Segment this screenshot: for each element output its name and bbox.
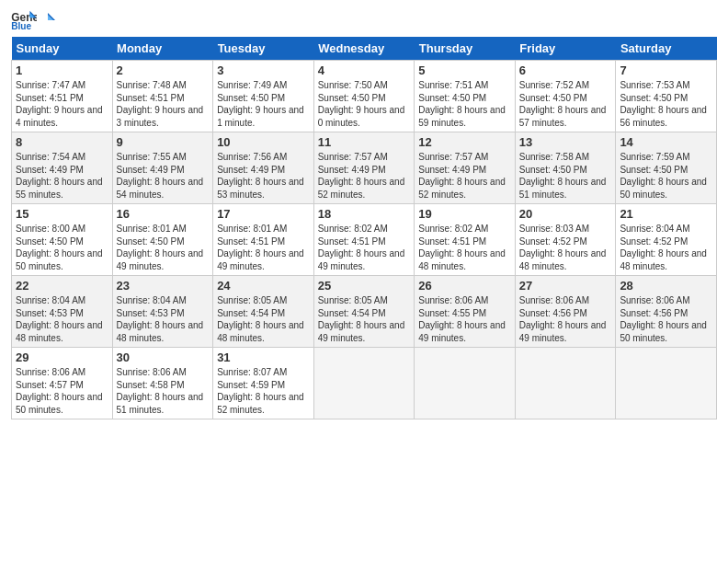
calendar-cell: 29Sunrise: 8:06 AMSunset: 4:57 PMDayligh… — [12, 348, 113, 419]
calendar-cell: 23Sunrise: 8:04 AMSunset: 4:53 PMDayligh… — [112, 276, 213, 348]
day-number: 4 — [318, 63, 411, 77]
calendar-cell: 20Sunrise: 8:03 AMSunset: 4:52 PMDayligh… — [515, 204, 616, 276]
calendar-cell: 15Sunrise: 8:00 AMSunset: 4:50 PMDayligh… — [12, 204, 113, 276]
day-info: Sunrise: 8:06 AMSunset: 4:55 PMDaylight:… — [418, 294, 511, 344]
day-number: 3 — [217, 63, 310, 77]
calendar-cell: 24Sunrise: 8:05 AMSunset: 4:54 PMDayligh… — [213, 276, 314, 348]
day-info: Sunrise: 8:00 AMSunset: 4:50 PMDaylight:… — [16, 223, 108, 272]
week-row-5: 29Sunrise: 8:06 AMSunset: 4:57 PMDayligh… — [12, 348, 717, 419]
day-number: 19 — [418, 207, 511, 221]
day-number: 30 — [117, 350, 210, 364]
calendar-cell: 16Sunrise: 8:01 AMSunset: 4:50 PMDayligh… — [112, 204, 213, 276]
day-number: 9 — [117, 135, 210, 149]
calendar-cell: 18Sunrise: 8:02 AMSunset: 4:51 PMDayligh… — [313, 204, 415, 276]
day-number: 25 — [318, 279, 411, 293]
day-number: 28 — [620, 279, 712, 293]
calendar-table: Sunday Monday Tuesday Wednesday Thursday… — [11, 37, 717, 419]
logo-bird-icon — [40, 12, 56, 27]
col-tuesday: Tuesday — [213, 37, 314, 61]
day-number: 29 — [16, 350, 108, 364]
calendar-cell — [415, 348, 516, 419]
calendar-cell — [313, 348, 415, 419]
day-number: 23 — [117, 279, 210, 293]
day-number: 18 — [318, 207, 411, 221]
day-info: Sunrise: 7:47 AMSunset: 4:51 PMDaylight:… — [16, 79, 108, 129]
week-row-1: 1Sunrise: 7:47 AMSunset: 4:51 PMDaylight… — [12, 61, 717, 132]
calendar-cell — [515, 348, 616, 419]
calendar-cell: 19Sunrise: 8:02 AMSunset: 4:51 PMDayligh… — [415, 204, 516, 276]
day-number: 31 — [217, 350, 310, 364]
col-wednesday: Wednesday — [313, 37, 415, 61]
day-info: Sunrise: 8:06 AMSunset: 4:56 PMDaylight:… — [620, 294, 712, 344]
calendar-cell: 8Sunrise: 7:54 AMSunset: 4:49 PMDaylight… — [12, 132, 113, 204]
svg-text:Blue: Blue — [11, 21, 31, 29]
col-saturday: Saturday — [616, 37, 717, 61]
day-info: Sunrise: 8:02 AMSunset: 4:51 PMDaylight:… — [318, 223, 411, 272]
day-number: 16 — [117, 207, 210, 221]
calendar-cell: 11Sunrise: 7:57 AMSunset: 4:49 PMDayligh… — [313, 132, 415, 204]
calendar-cell: 26Sunrise: 8:06 AMSunset: 4:55 PMDayligh… — [415, 276, 516, 348]
day-info: Sunrise: 7:50 AMSunset: 4:50 PMDaylight:… — [318, 79, 411, 129]
day-number: 15 — [16, 207, 108, 221]
day-number: 14 — [620, 135, 712, 149]
day-info: Sunrise: 8:03 AMSunset: 4:52 PMDaylight:… — [519, 223, 612, 272]
day-number: 8 — [16, 135, 108, 149]
day-number: 12 — [418, 135, 511, 149]
col-sunday: Sunday — [12, 37, 113, 61]
col-monday: Monday — [112, 37, 213, 61]
day-info: Sunrise: 7:55 AMSunset: 4:49 PMDaylight:… — [117, 151, 210, 201]
logo-icon: General Blue — [11, 9, 37, 29]
calendar-cell — [616, 348, 717, 419]
day-info: Sunrise: 8:07 AMSunset: 4:59 PMDaylight:… — [217, 366, 310, 416]
col-thursday: Thursday — [415, 37, 516, 61]
calendar-cell: 25Sunrise: 8:05 AMSunset: 4:54 PMDayligh… — [313, 276, 415, 348]
header: General Blue — [11, 9, 717, 29]
day-number: 13 — [519, 135, 612, 149]
day-number: 2 — [117, 63, 210, 77]
day-number: 26 — [418, 279, 511, 293]
calendar-container: General Blue — [0, 0, 728, 427]
calendar-cell: 31Sunrise: 8:07 AMSunset: 4:59 PMDayligh… — [213, 348, 314, 419]
calendar-cell: 10Sunrise: 7:56 AMSunset: 4:49 PMDayligh… — [213, 132, 314, 204]
calendar-cell: 4Sunrise: 7:50 AMSunset: 4:50 PMDaylight… — [313, 61, 415, 132]
calendar-cell: 3Sunrise: 7:49 AMSunset: 4:50 PMDaylight… — [213, 61, 314, 132]
calendar-cell: 27Sunrise: 8:06 AMSunset: 4:56 PMDayligh… — [515, 276, 616, 348]
day-number: 17 — [217, 207, 310, 221]
day-info: Sunrise: 7:57 AMSunset: 4:49 PMDaylight:… — [318, 151, 411, 201]
day-info: Sunrise: 8:06 AMSunset: 4:57 PMDaylight:… — [16, 366, 108, 416]
day-info: Sunrise: 7:53 AMSunset: 4:50 PMDaylight:… — [620, 79, 712, 129]
calendar-cell: 6Sunrise: 7:52 AMSunset: 4:50 PMDaylight… — [515, 61, 616, 132]
day-info: Sunrise: 7:56 AMSunset: 4:49 PMDaylight:… — [217, 151, 310, 201]
day-number: 5 — [418, 63, 511, 77]
day-info: Sunrise: 8:02 AMSunset: 4:51 PMDaylight:… — [418, 223, 511, 272]
calendar-cell: 14Sunrise: 7:59 AMSunset: 4:50 PMDayligh… — [616, 132, 717, 204]
logo: General Blue — [11, 9, 57, 29]
calendar-cell: 1Sunrise: 7:47 AMSunset: 4:51 PMDaylight… — [12, 61, 113, 132]
calendar-cell: 17Sunrise: 8:01 AMSunset: 4:51 PMDayligh… — [213, 204, 314, 276]
calendar-cell: 30Sunrise: 8:06 AMSunset: 4:58 PMDayligh… — [112, 348, 213, 419]
day-info: Sunrise: 8:06 AMSunset: 4:58 PMDaylight:… — [117, 366, 210, 416]
calendar-cell: 5Sunrise: 7:51 AMSunset: 4:50 PMDaylight… — [415, 61, 516, 132]
day-number: 1 — [16, 63, 108, 77]
day-info: Sunrise: 8:04 AMSunset: 4:52 PMDaylight:… — [620, 223, 712, 272]
week-row-4: 22Sunrise: 8:04 AMSunset: 4:53 PMDayligh… — [12, 276, 717, 348]
calendar-cell: 12Sunrise: 7:57 AMSunset: 4:49 PMDayligh… — [415, 132, 516, 204]
day-info: Sunrise: 7:51 AMSunset: 4:50 PMDaylight:… — [418, 79, 511, 129]
col-friday: Friday — [515, 37, 616, 61]
calendar-cell: 2Sunrise: 7:48 AMSunset: 4:51 PMDaylight… — [112, 61, 213, 132]
week-row-2: 8Sunrise: 7:54 AMSunset: 4:49 PMDaylight… — [12, 132, 717, 204]
day-info: Sunrise: 7:59 AMSunset: 4:50 PMDaylight:… — [620, 151, 712, 201]
day-info: Sunrise: 7:58 AMSunset: 4:50 PMDaylight:… — [519, 151, 612, 201]
day-number: 21 — [620, 207, 712, 221]
day-number: 6 — [519, 63, 612, 77]
calendar-cell: 9Sunrise: 7:55 AMSunset: 4:49 PMDaylight… — [112, 132, 213, 204]
day-info: Sunrise: 7:57 AMSunset: 4:49 PMDaylight:… — [418, 151, 511, 201]
day-info: Sunrise: 7:54 AMSunset: 4:49 PMDaylight:… — [16, 151, 108, 201]
day-info: Sunrise: 7:52 AMSunset: 4:50 PMDaylight:… — [519, 79, 612, 129]
day-info: Sunrise: 7:48 AMSunset: 4:51 PMDaylight:… — [117, 79, 210, 129]
week-row-3: 15Sunrise: 8:00 AMSunset: 4:50 PMDayligh… — [12, 204, 717, 276]
day-info: Sunrise: 8:01 AMSunset: 4:51 PMDaylight:… — [217, 223, 310, 272]
day-number: 22 — [16, 279, 108, 293]
header-row: Sunday Monday Tuesday Wednesday Thursday… — [12, 37, 717, 61]
calendar-cell: 7Sunrise: 7:53 AMSunset: 4:50 PMDaylight… — [616, 61, 717, 132]
